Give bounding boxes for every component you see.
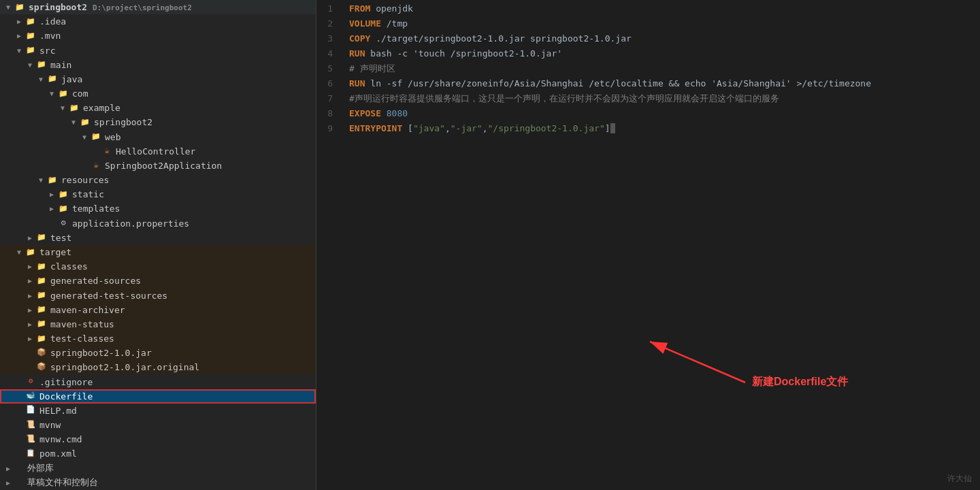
tree-item-label: 草稿文件和控制台 [27,476,98,489]
tree-arrow [79,133,90,141]
tree-item-src[interactable]: src [0,44,316,58]
tree-arrow [46,205,57,212]
tree-item-gitignore[interactable]: ⚙.gitignore [0,374,316,389]
tree-item-external-libs[interactable]: 外部库 [0,461,316,476]
file-tree-sidebar[interactable]: springboot2D:\project\springboot2.idea.m… [0,0,316,490]
tree-item-example[interactable]: example [0,101,316,115]
tree-item-label: web [105,132,120,142]
folder-icon [35,276,48,287]
tree-item-classes[interactable]: classes [0,259,316,274]
line-number: 8 [316,106,338,121]
tree-item-com[interactable]: com [0,86,316,101]
line-number: 9 [316,121,338,136]
tree-item-label: static [72,189,104,199]
folder-icon [35,59,48,70]
tree-item-label: HelloController [116,146,195,157]
tree-item-test[interactable]: test [0,231,316,245]
tree-item-label: Springboot2Application [105,161,222,171]
tree-arrow [35,76,46,83]
tree-item-label: generated-test-sources [50,291,167,301]
tree-item-main[interactable]: main [0,58,316,72]
code-editor: 123456789 FROM openjdkVOLUME /tmpCOPY ./… [316,0,980,490]
line-number: 3 [316,31,338,46]
tree-item-mvnw.cmd[interactable]: 📜mvnw.cmd [0,432,316,446]
tree-item-label: java [61,74,82,84]
tree-arrow [24,292,35,299]
tree-item-HELP.md[interactable]: 📄HELP.md [0,404,316,418]
folder-icon [35,290,48,301]
tree-item-application.properties[interactable]: ⚙application.properties [0,216,316,231]
tree-item-HelloController[interactable]: ☕HelloController [0,144,316,159]
tree-item-label: springboot2-1.0.jar.original [50,362,199,372]
folder-icon [35,232,48,243]
tree-item-generated-sources[interactable]: generated-sources [0,274,316,288]
folder-icon [24,45,37,56]
tree-item-scratch[interactable]: 草稿文件和控制台 [0,476,316,490]
tree-item-web[interactable]: web [0,130,316,144]
tree-item-idea[interactable]: .idea [0,14,316,29]
code-line: VOLUME /tmp [349,16,980,31]
tree-arrow [24,277,35,284]
tree-item-label: templates [72,203,120,214]
code-line: FROM openjdk [349,1,980,16]
tree-item-label: com [72,88,88,99]
tree-item-mvn[interactable]: .mvn [0,29,316,43]
jar-icon: 📦 [35,348,48,359]
tree-item-label: HELP.md [39,406,77,416]
tree-item-target[interactable]: target [0,245,316,259]
code-line: ENTRYPOINT ["java","-jar","/springboot2-… [349,121,980,136]
jar-icon: 📦 [35,362,48,373]
folder-icon [35,261,48,272]
docker-icon: 🐋 [24,391,37,402]
tree-item-generated-test-sources[interactable]: generated-test-sources [0,288,316,302]
tree-item-pom.xml[interactable]: 📋pom.xml [0,446,316,461]
folder-icon [46,175,59,186]
shell-icon: 📜 [24,434,37,445]
tree-item-springboot2-pkg[interactable]: springboot2 [0,115,316,129]
line-numbers: 123456789 [316,0,344,490]
line-number: 2 [316,16,338,31]
line-number: 5 [316,61,338,76]
tree-item-label: generated-sources [50,276,141,286]
tree-item-templates[interactable]: templates [0,201,316,216]
tree-item-label: src [39,46,55,56]
folder-icon [14,2,26,13]
tree-item-label: pom.xml [39,448,77,459]
tree-arrow [24,61,35,69]
code-content: FROM openjdkVOLUME /tmpCOPY ./target/spr… [344,0,980,490]
tree-item-Springboot2Application[interactable]: ☕Springboot2Application [0,159,316,173]
tree-item-label: maven-archiver [50,305,125,315]
folder-icon [24,16,37,27]
folder-icon [24,31,37,42]
watermark: 许大仙 [947,473,972,485]
tree-item-label: .idea [39,16,66,27]
tree-arrow [46,191,57,198]
tree-item-label: test [50,233,71,243]
tree-arrow [3,465,14,472]
tree-item-springboot2-jar-original[interactable]: 📦springboot2-1.0.jar.original [0,360,316,374]
tree-arrow [3,479,14,487]
tree-item-label: mvnw.cmd [39,434,82,444]
tree-item-Dockerfile[interactable]: 🐋Dockerfile [0,389,316,404]
tree-item-static[interactable]: static [0,187,316,201]
tree-arrow [46,90,57,97]
folder-icon [57,88,69,99]
markdown-icon: 📄 [24,405,37,416]
code-line: COPY ./target/springboot2-1.0.jar spring… [349,31,980,46]
tree-item-maven-archiver[interactable]: maven-archiver [0,303,316,317]
line-number: 1 [316,1,338,16]
tree-item-mvnw[interactable]: 📜mvnw [0,418,316,432]
line-number: 7 [316,91,338,106]
tree-item-test-classes[interactable]: test-classes [0,331,316,346]
tree-arrow [24,335,35,342]
tree-item-java[interactable]: java [0,72,316,86]
code-line: RUN ln -sf /usr/share/zoneinfo/Asia/Shan… [349,76,980,91]
tree-item-springboot2-root[interactable]: springboot2D:\project\springboot2 [0,0,316,14]
tree-item-label: example [83,103,120,113]
tree-item-maven-status[interactable]: maven-status [0,317,316,331]
tree-item-springboot2-jar[interactable]: 📦springboot2-1.0.jar [0,346,316,360]
tree-arrow [24,234,35,242]
props-icon: ⚙ [57,218,69,229]
folder-icon [35,318,48,329]
tree-item-resources[interactable]: resources [0,173,316,187]
